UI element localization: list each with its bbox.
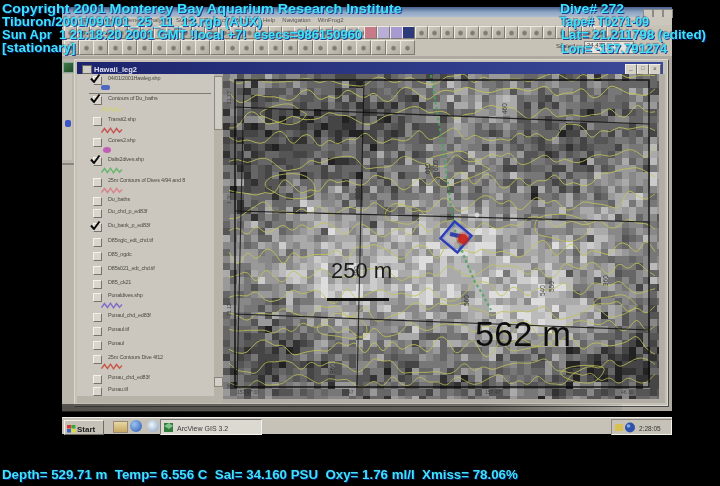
svg-text:560: 560 [463,295,470,306]
svg-text:562 m: 562 m [475,315,571,353]
svg-text:46 30: 46 30 [621,389,634,395]
svg-text:ArcView GIS 3.2: ArcView GIS 3.2 [177,424,228,431]
svg-text:47: 47 [348,389,354,395]
svg-text:1 30: 1 30 [226,194,232,204]
svg-text:250 m: 250 m [331,258,392,283]
svg-text:610: 610 [424,163,431,174]
svg-text:157 47'30: 157 47'30 [237,389,259,395]
svg-text:360: 360 [602,275,609,286]
svg-text:540: 540 [539,285,546,296]
svg-text:21 12: 21 12 [226,303,232,316]
svg-text:157 47': 157 47' [485,389,501,395]
svg-text:30: 30 [226,383,232,389]
svg-text:600: 600 [354,188,361,199]
svg-text:600: 600 [432,160,439,171]
svg-text:Start: Start [77,425,96,434]
svg-text:21 13': 21 13' [226,90,232,104]
svg-text:860: 860 [329,363,336,374]
svg-text:460: 460 [501,103,508,114]
svg-text:2:28:05: 2:28:05 [639,424,661,431]
svg-text:550: 550 [548,281,555,292]
